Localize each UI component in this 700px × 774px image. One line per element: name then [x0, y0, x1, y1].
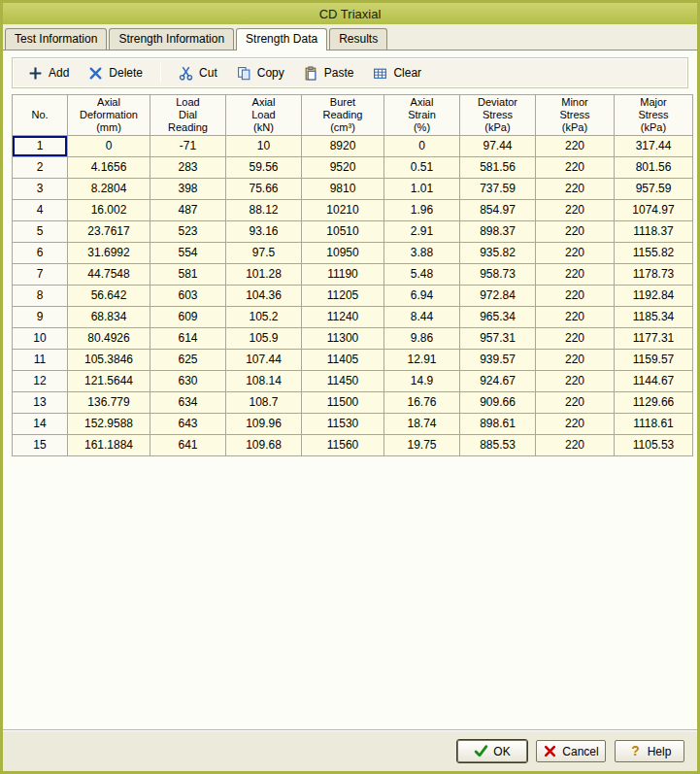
data-cell[interactable]: 220 [536, 263, 615, 285]
data-cell[interactable]: 108.7 [226, 391, 302, 413]
data-cell[interactable]: 317.44 [615, 135, 693, 156]
data-cell[interactable]: 854.97 [460, 199, 536, 220]
data-cell[interactable]: 6.94 [384, 285, 460, 306]
data-cell[interactable]: 1192.84 [615, 285, 693, 306]
data-cell[interactable]: 935.82 [460, 242, 536, 263]
data-cell[interactable]: 56.642 [68, 285, 150, 306]
data-cell[interactable]: 220 [536, 220, 615, 242]
row-number-cell[interactable]: 4 [13, 199, 68, 220]
row-number-cell[interactable]: 8 [13, 285, 68, 306]
data-cell[interactable]: 8.44 [384, 306, 460, 327]
data-cell[interactable]: 1185.34 [615, 306, 693, 327]
data-cell[interactable]: 398 [150, 178, 226, 199]
data-cell[interactable]: 152.9588 [68, 413, 150, 434]
paste-button[interactable]: Paste [294, 61, 364, 85]
data-cell[interactable]: 0.51 [384, 156, 460, 178]
data-cell[interactable]: 101.28 [226, 263, 302, 285]
data-cell[interactable]: 220 [536, 199, 615, 220]
data-cell[interactable]: 161.1884 [68, 434, 150, 455]
row-number-cell[interactable]: 13 [13, 391, 68, 413]
data-cell[interactable]: 1159.57 [615, 349, 693, 370]
data-cell[interactable]: 12.91 [384, 349, 460, 370]
data-cell[interactable]: 641 [150, 434, 226, 455]
row-number-cell[interactable]: 10 [13, 327, 68, 349]
data-cell[interactable]: 898.61 [460, 413, 536, 434]
row-number-cell[interactable]: 5 [13, 220, 68, 242]
data-cell[interactable]: 1.01 [384, 178, 460, 199]
data-cell[interactable]: 44.7548 [68, 263, 150, 285]
data-cell[interactable]: 220 [536, 434, 615, 455]
data-cell[interactable]: 18.74 [384, 413, 460, 434]
data-cell[interactable]: 75.66 [226, 178, 302, 199]
data-cell[interactable]: 0 [68, 135, 150, 156]
data-cell[interactable]: 10510 [302, 220, 384, 242]
data-cell[interactable]: 105.9 [226, 327, 302, 349]
data-cell[interactable]: 220 [536, 306, 615, 327]
data-cell[interactable]: 8.2804 [68, 178, 150, 199]
data-cell[interactable]: 614 [150, 327, 226, 349]
data-cell[interactable]: 220 [536, 285, 615, 306]
data-cell[interactable]: 11190 [302, 263, 384, 285]
data-cell[interactable]: 11500 [302, 391, 384, 413]
data-cell[interactable]: 924.67 [460, 370, 536, 391]
data-cell[interactable]: 523 [150, 220, 226, 242]
data-cell[interactable]: 16.002 [68, 199, 150, 220]
data-cell[interactable]: 634 [150, 391, 226, 413]
data-cell[interactable]: 97.5 [226, 242, 302, 263]
data-cell[interactable]: 1118.61 [615, 413, 693, 434]
data-cell[interactable]: 909.66 [460, 391, 536, 413]
row-number-cell[interactable]: 15 [13, 434, 68, 455]
data-cell[interactable]: 9.86 [384, 327, 460, 349]
data-cell[interactable]: 581 [150, 263, 226, 285]
data-cell[interactable]: 958.73 [460, 263, 536, 285]
data-cell[interactable]: 972.84 [460, 285, 536, 306]
data-cell[interactable]: 220 [536, 156, 615, 178]
data-cell[interactable]: 487 [150, 199, 226, 220]
data-cell[interactable]: 11205 [302, 285, 384, 306]
data-cell[interactable]: 801.56 [615, 156, 693, 178]
data-cell[interactable]: 10950 [302, 242, 384, 263]
data-cell[interactable]: 220 [536, 135, 615, 156]
tab-strength-information[interactable]: Strength Information [109, 28, 234, 50]
tab-results[interactable]: Results [329, 28, 387, 50]
row-number-cell[interactable]: 6 [13, 242, 68, 263]
delete-button[interactable]: Delete [79, 61, 152, 85]
data-cell[interactable]: 5.48 [384, 263, 460, 285]
data-cell[interactable]: 11450 [302, 370, 384, 391]
data-cell[interactable]: 97.44 [460, 135, 536, 156]
data-cell[interactable]: 1105.53 [615, 434, 693, 455]
ok-button[interactable]: OK [457, 740, 527, 762]
data-cell[interactable]: 939.57 [460, 349, 536, 370]
data-cell[interactable]: 581.56 [460, 156, 536, 178]
data-cell[interactable]: 609 [150, 306, 226, 327]
data-cell[interactable]: 965.34 [460, 306, 536, 327]
data-cell[interactable]: 14.9 [384, 370, 460, 391]
data-cell[interactable]: 11405 [302, 349, 384, 370]
row-number-cell[interactable]: 2 [13, 156, 68, 178]
data-cell[interactable]: 80.4926 [68, 327, 150, 349]
data-cell[interactable]: 68.834 [68, 306, 150, 327]
data-cell[interactable]: 630 [150, 370, 226, 391]
data-cell[interactable]: 105.3846 [68, 349, 150, 370]
data-cell[interactable]: 1177.31 [615, 327, 693, 349]
data-cell[interactable]: 3.88 [384, 242, 460, 263]
data-cell[interactable]: 10210 [302, 199, 384, 220]
data-cell[interactable]: 2.91 [384, 220, 460, 242]
data-cell[interactable]: 11560 [302, 434, 384, 455]
data-cell[interactable]: 10 [226, 135, 302, 156]
data-cell[interactable]: 554 [150, 242, 226, 263]
data-cell[interactable]: 9520 [302, 156, 384, 178]
cut-button[interactable]: Cut [169, 61, 227, 85]
data-cell[interactable]: 220 [536, 391, 615, 413]
tab-strength-data[interactable]: Strength Data [236, 28, 327, 50]
data-cell[interactable]: 220 [536, 178, 615, 199]
tab-test-information[interactable]: Test Information [5, 28, 107, 50]
data-cell[interactable]: 107.44 [226, 349, 302, 370]
data-cell[interactable]: 885.53 [460, 434, 536, 455]
row-number-cell[interactable]: 3 [13, 178, 68, 199]
data-cell[interactable]: 8920 [302, 135, 384, 156]
data-cell[interactable]: 957.59 [615, 178, 693, 199]
clear-button[interactable]: Clear [363, 61, 431, 85]
data-cell[interactable]: 220 [536, 349, 615, 370]
data-cell[interactable]: 11300 [302, 327, 384, 349]
